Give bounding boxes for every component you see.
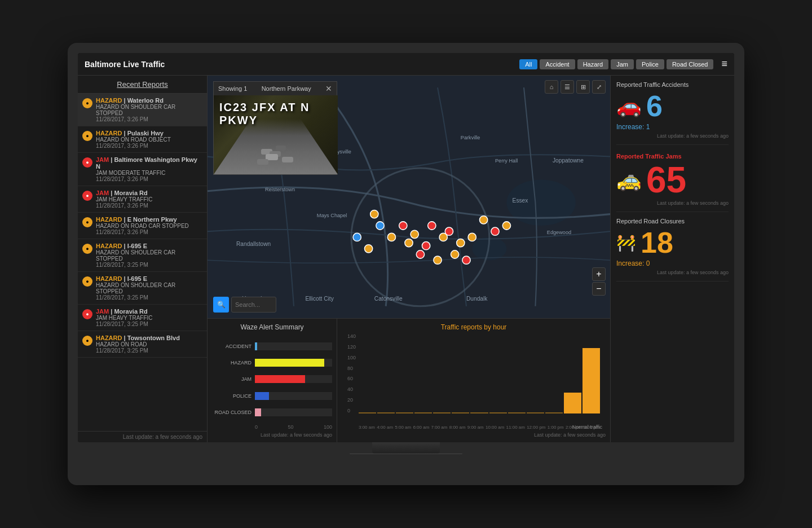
- report-item[interactable]: ● HAZARD | I-695 E HAZARD ON SHOULDER CA…: [78, 272, 207, 305]
- report-desc: HAZARD ON SHOULDER CAR STOPPED: [96, 249, 202, 262]
- map-container[interactable]: Randallstown Howard Ellicott City Catons…: [208, 76, 610, 318]
- waze-bar-fill: [255, 375, 305, 383]
- waze-bar-row: HAZARD: [212, 359, 332, 367]
- svg-text:Perry Hall: Perry Hall: [495, 158, 518, 164]
- hour-bar: [377, 412, 395, 413]
- report-type-icon: ●: [82, 157, 92, 168]
- report-time: 11/28/2017, 3:26 PM: [96, 176, 202, 182]
- svg-text:Joppatowne: Joppatowne: [553, 157, 584, 164]
- waze-bar-track: [255, 392, 332, 400]
- hour-bar: [470, 412, 488, 413]
- hour-y-label: 140: [347, 333, 356, 339]
- report-item[interactable]: ● JAM | Moravia Rd JAM HEAVY TRAFFIC 11/…: [78, 305, 207, 331]
- hour-bar: [545, 412, 563, 413]
- report-item[interactable]: ● HAZARD | Pulaski Hwy HAZARD ON ROAD OB…: [78, 126, 207, 153]
- accidents-increase: Increase: 1: [616, 123, 729, 131]
- camera-feed: IC23 JFX AT N PKWY: [214, 95, 338, 174]
- svg-point-8: [445, 227, 453, 235]
- report-type-label: HAZARD | Waterloo Rd: [96, 97, 202, 104]
- svg-point-18: [479, 216, 487, 224]
- road-closures-count: 18: [641, 228, 673, 257]
- report-desc: HAZARD ON ROAD OBJECT: [96, 137, 202, 143]
- hour-y-label: 20: [347, 397, 356, 403]
- svg-point-23: [370, 210, 378, 218]
- svg-point-13: [399, 222, 407, 230]
- svg-text:Dundalk: Dundalk: [466, 296, 488, 302]
- report-desc: JAM MODERATE TRAFFIC: [96, 170, 202, 176]
- hour-bar: [489, 412, 507, 413]
- filter-accident[interactable]: Accident: [540, 59, 575, 69]
- waze-bar-chart: ACCIDENT HAZARD JAM POLICE ROAD CLOSED: [212, 336, 332, 423]
- filter-road-closed[interactable]: Road Closed: [667, 59, 714, 69]
- hour-bar: [359, 412, 376, 413]
- report-time: 11/28/2017, 3:25 PM: [96, 347, 202, 354]
- map-list-btn[interactable]: ☰: [561, 80, 574, 94]
- map-search-input[interactable]: [231, 297, 276, 313]
- report-item[interactable]: ● HAZARD | E Northern Pkwy HAZARD ON ROA…: [78, 213, 207, 239]
- svg-point-17: [376, 222, 384, 230]
- hour-bar: [414, 412, 432, 413]
- report-item[interactable]: ● HAZARD | Towsontown Blvd HAZARD ON ROA…: [78, 331, 207, 358]
- svg-text:Catonsville: Catonsville: [374, 296, 403, 302]
- jams-main: 🚕 65: [616, 162, 729, 198]
- waze-bar-label: JAM: [212, 376, 251, 382]
- hour-bar: [508, 412, 526, 413]
- map-search-button[interactable]: 🔍: [213, 297, 229, 313]
- filter-police[interactable]: Police: [636, 59, 664, 69]
- report-item[interactable]: ● HAZARD | Waterloo Rd HAZARD ON SHOULDE…: [78, 94, 207, 126]
- report-item[interactable]: ● HAZARD | I-695 E HAZARD ON SHOULDER CA…: [78, 239, 207, 272]
- report-time: 11/28/2017, 3:26 PM: [96, 203, 202, 209]
- road-closures-main: 🚧 18: [616, 228, 729, 257]
- waze-bar-track: [255, 375, 332, 383]
- hour-x-labels: 3:00 am4:00 am5:00 am6:00 am7:00 am8:00 …: [342, 425, 606, 430]
- waze-bar-fill: [255, 408, 261, 416]
- map-expand-btn[interactable]: ⤢: [592, 80, 606, 94]
- top-bar: Baltimore Live Traffic All Accident Haza…: [78, 53, 734, 76]
- svg-point-11: [434, 256, 442, 264]
- report-type-label: JAM | Baltimore Washington Pkwy N: [96, 156, 202, 170]
- accidents-icon: 🚗: [616, 94, 642, 118]
- report-type-icon: ●: [82, 276, 92, 287]
- center-area: Randallstown Howard Ellicott City Catons…: [208, 76, 610, 442]
- report-text: HAZARD | E Northern Pkwy HAZARD ON ROAD …: [96, 216, 202, 235]
- accidents-title: Reported Traffic Accidents: [616, 81, 729, 88]
- waze-bar-label: ACCIDENT: [212, 344, 251, 349]
- map-zoom-in[interactable]: +: [592, 267, 606, 281]
- hour-x-label: 1:00 pm: [548, 425, 564, 430]
- report-text: JAM | Baltimore Washington Pkwy N JAM MO…: [96, 156, 202, 182]
- jams-section: Reported Traffic Jams 🚕 65 Last update: …: [616, 151, 729, 212]
- waze-bar-row: POLICE: [212, 392, 332, 400]
- hour-x-label: 3:00 am: [359, 425, 375, 430]
- menu-icon[interactable]: ≡: [721, 58, 727, 70]
- filter-all[interactable]: All: [519, 59, 537, 69]
- svg-point-14: [468, 233, 476, 241]
- filter-hazard[interactable]: Hazard: [577, 59, 608, 69]
- waze-bar-fill: [255, 359, 324, 367]
- hour-x-label: 7:00 am: [431, 425, 448, 430]
- report-time: 11/28/2017, 3:25 PM: [96, 262, 202, 268]
- map-zoom-out[interactable]: −: [592, 282, 606, 296]
- hour-bar: [452, 412, 469, 413]
- map-grid-btn[interactable]: ⊞: [576, 80, 590, 94]
- hour-y-label: 40: [347, 386, 356, 392]
- svg-point-19: [491, 227, 499, 235]
- filter-jam[interactable]: Jam: [611, 59, 634, 69]
- report-text: HAZARD | Pulaski Hwy HAZARD ON ROAD OBJE…: [96, 130, 202, 149]
- accidents-update: Last update: a few seconds ago: [616, 133, 729, 139]
- jams-icon: 🚕: [616, 168, 642, 192]
- camera-close-icon[interactable]: ✕: [325, 84, 332, 93]
- hour-x-label: 12:00 pm: [527, 425, 545, 430]
- map-home-btn[interactable]: ⌂: [545, 80, 558, 94]
- road-closures-update: Last update: a few seconds ago: [616, 270, 729, 275]
- report-item[interactable]: ● JAM | Baltimore Washington Pkwy N JAM …: [78, 153, 207, 186]
- svg-point-7: [405, 239, 413, 247]
- svg-point-12: [451, 250, 458, 258]
- reports-list[interactable]: ● HAZARD | Waterloo Rd HAZARD ON SHOULDE…: [78, 94, 207, 431]
- camera-showing: Showing 1: [218, 85, 247, 92]
- report-type-icon: ●: [82, 131, 92, 141]
- svg-point-20: [502, 222, 510, 230]
- waze-bar-label: HAZARD: [212, 360, 251, 366]
- filter-buttons: All Accident Hazard Jam Police Road Clos…: [519, 58, 727, 70]
- report-desc: HAZARD ON SHOULDER CAR STOPPED: [96, 104, 202, 116]
- report-item[interactable]: ● JAM | Moravia Rd JAM HEAVY TRAFFIC 11/…: [78, 186, 207, 213]
